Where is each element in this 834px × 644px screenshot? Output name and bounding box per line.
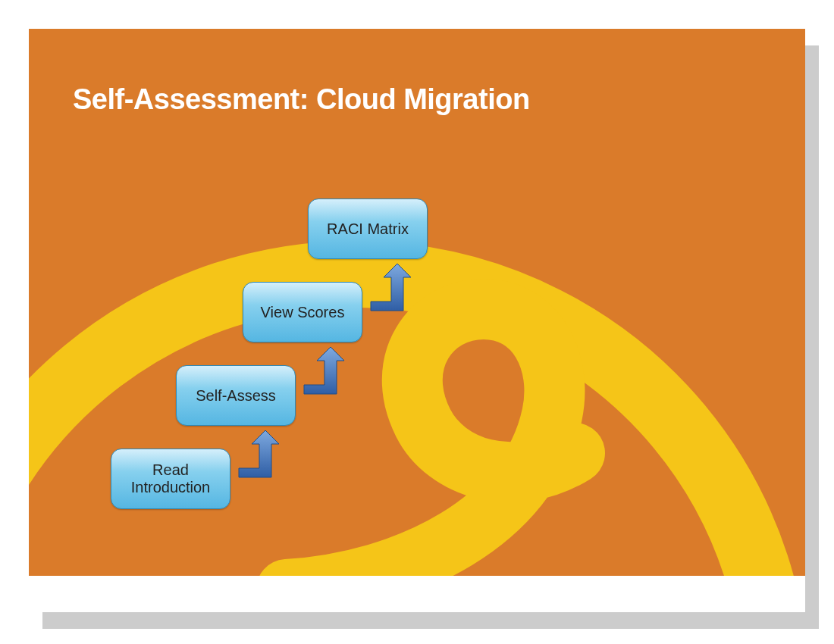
step-view-scores[interactable]: View Scores bbox=[243, 282, 362, 342]
step-label: RACI Matrix bbox=[327, 220, 409, 238]
slide-body: Self-Assessment: Cloud Migration Read In… bbox=[29, 29, 805, 576]
slide: Self-Assessment: Cloud Migration Read In… bbox=[29, 29, 805, 612]
step-label: Read Introduction bbox=[111, 461, 230, 496]
step-label: Self-Assess bbox=[196, 387, 276, 405]
step-label: View Scores bbox=[261, 304, 345, 321]
arrow-up-icon bbox=[300, 347, 346, 400]
step-raci-matrix[interactable]: RACI Matrix bbox=[308, 199, 428, 259]
step-self-assess[interactable]: Self-Assess bbox=[176, 365, 296, 426]
step-read-introduction[interactable]: Read Introduction bbox=[111, 449, 230, 509]
arrow-up-icon bbox=[367, 264, 412, 317]
arrow-up-icon bbox=[235, 430, 281, 483]
stage: Self-Assessment: Cloud Migration Read In… bbox=[0, 0, 834, 644]
slide-title: Self-Assessment: Cloud Migration bbox=[73, 83, 530, 116]
